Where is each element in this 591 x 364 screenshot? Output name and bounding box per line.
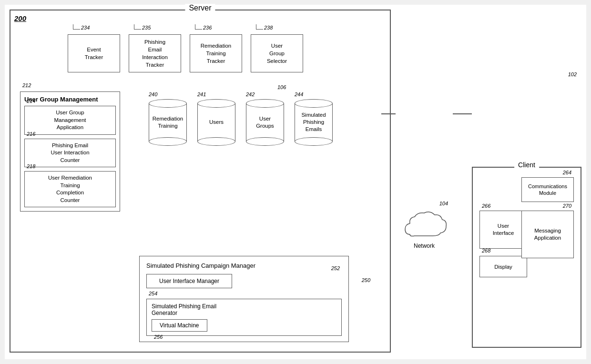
spcm-sub-box: 254 Simulated Phishing EmailGenerator Vi… xyxy=(146,299,342,336)
spcm-box: Simulated Phishing Campaign Manager 250 … xyxy=(139,256,349,342)
diagram-number: 200 xyxy=(14,14,26,22)
network-area: 104 Network xyxy=(396,95,453,354)
ref-212: 212 xyxy=(22,82,31,88)
line-server-cloud xyxy=(381,113,396,114)
cyl-top-242 xyxy=(246,99,284,108)
remediation-tracker-box: 236 RemediationTrainingTracker xyxy=(190,34,242,72)
ref-104: 104 xyxy=(439,201,448,206)
ref-106: 106 xyxy=(277,84,286,90)
cyl-bottom-244 xyxy=(295,137,333,146)
cyl-body-240: RemediationTraining xyxy=(149,103,187,142)
ref-102: 102 xyxy=(568,71,577,77)
ref-218: 218 xyxy=(27,163,35,170)
ref-256: 256 xyxy=(154,334,163,340)
ugm-title: User Group Management xyxy=(24,96,116,103)
ref-234: 234 xyxy=(73,24,90,31)
phishing-tracker-label: PhishingEmailInteractionTracker xyxy=(142,38,168,69)
virtual-machine-box: Virtual Machine 256 xyxy=(152,319,207,332)
ref-236: 236 xyxy=(195,24,212,31)
db-user-groups: 242 UserGroups xyxy=(246,91,284,146)
server-label: Server xyxy=(185,4,215,12)
ref-252: 252 xyxy=(331,265,340,271)
ref-264: 264 xyxy=(563,169,571,176)
cloud-svg xyxy=(400,208,448,242)
cyl-bottom-241 xyxy=(197,137,235,146)
db-simulated-phishing: 244 SimulatedPhishingEmails xyxy=(295,91,333,146)
cyl-top-241 xyxy=(197,99,235,108)
ref-254: 254 xyxy=(149,291,157,296)
db-users: 241 Users xyxy=(197,91,235,146)
db-remediation-training: 240 RemediationTraining xyxy=(149,91,187,146)
client-area: 102 Client 264 CommunicationsModule 266 … xyxy=(458,81,581,354)
spcm-sub-title: Simulated Phishing EmailGenerator xyxy=(152,303,336,316)
cyl-body-241: Users xyxy=(197,103,235,142)
phishing-tracker-box: 235 PhishingEmailInteractionTracker xyxy=(129,34,181,72)
ui-box: 266 UserInterface xyxy=(479,211,527,249)
remediation-tracker-label: RemediationTrainingTracker xyxy=(201,42,232,65)
event-tracker-box: 234 EventTracker xyxy=(68,34,120,72)
ref-216: 216 xyxy=(27,131,35,138)
ref-270: 270 xyxy=(563,202,571,209)
remediation-counter-box: 218 User RemediationTrainingCompletionCo… xyxy=(24,171,116,207)
cyl-top-240 xyxy=(149,99,187,108)
network-label: Network xyxy=(414,243,435,249)
ref-238: 238 xyxy=(256,24,273,31)
cyl-body-244: SimulatedPhishingEmails xyxy=(295,103,333,142)
user-group-management-box: 212 User Group Management 214 User Group… xyxy=(20,91,120,212)
ref-241: 241 xyxy=(197,91,206,97)
ui-manager-box: User Interface Manager xyxy=(146,274,232,288)
spcm-title: Simulated Phishing Campaign Manager xyxy=(146,262,342,269)
ref-244: 244 xyxy=(295,91,303,97)
client-label: Client xyxy=(514,161,539,169)
ugm-app-box: 214 User GroupManagementApplication xyxy=(24,106,116,135)
cyl-top-244 xyxy=(295,99,333,108)
ref-235: 235 xyxy=(134,24,151,31)
client-box: Client 264 CommunicationsModule 266 User… xyxy=(472,167,581,348)
cyl-body-242: UserGroups xyxy=(246,103,284,142)
ref-242: 242 xyxy=(246,91,255,97)
cyl-bottom-242 xyxy=(246,137,284,146)
ref-214: 214 xyxy=(27,98,35,105)
display-box: 268 Display xyxy=(479,256,527,277)
ref-250: 250 xyxy=(362,277,370,283)
top-modules-row: 234 EventTracker 235 PhishingEmailIntera… xyxy=(68,34,303,72)
cyl-bottom-240 xyxy=(149,137,187,146)
ref-268: 268 xyxy=(482,248,490,253)
diagram-wrapper: Server 200 234 EventTracker 235 Phishing… xyxy=(5,5,586,359)
user-group-selector-box: 238 UserGroupSelector xyxy=(251,34,303,72)
phishing-counter-box: 216 Phishing EmailUser InteractionCounte… xyxy=(24,139,116,168)
event-tracker-label: EventTracker xyxy=(85,46,103,61)
database-area: 240 RemediationTraining 241 Users 242 xyxy=(149,91,333,146)
server-box: Server 200 234 EventTracker 235 Phishing… xyxy=(10,10,391,353)
communications-module-box: 264 CommunicationsModule xyxy=(521,177,574,202)
ref-266: 266 xyxy=(482,202,490,209)
ref-240: 240 xyxy=(149,91,157,97)
messaging-application-box: 270 MessagingApplication xyxy=(521,211,574,258)
user-group-selector-label: UserGroupSelector xyxy=(267,42,287,65)
